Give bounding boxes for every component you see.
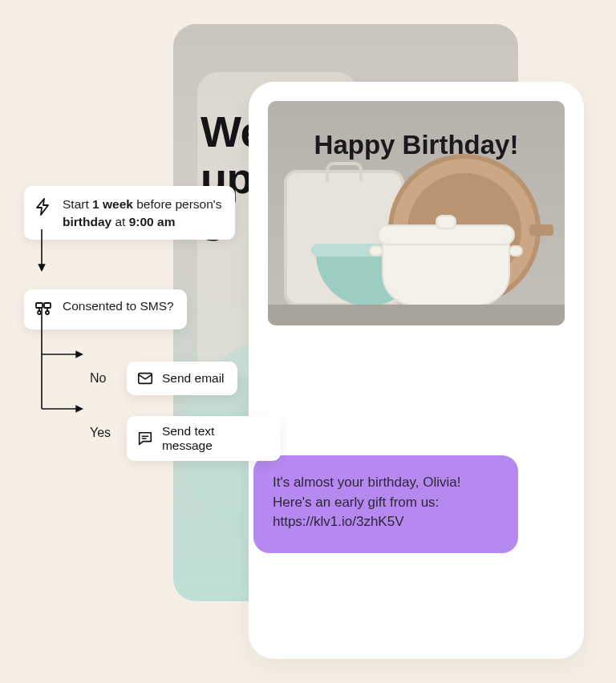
chat-icon — [136, 430, 154, 447]
svg-point-2 — [38, 311, 41, 314]
phone-preview-card: Happy Birthday! It's almost your birthda… — [249, 82, 584, 659]
flow-trigger-node[interactable]: Start 1 week before person's birthday at… — [24, 186, 235, 240]
mail-icon — [136, 370, 154, 387]
flow-action-sms[interactable]: Send text message — [127, 416, 281, 461]
lightning-icon — [34, 197, 53, 216]
svg-point-3 — [46, 311, 49, 314]
flow-action-email[interactable]: Send email — [127, 362, 237, 395]
email-hero-title: Happy Birthday! — [268, 130, 565, 160]
flow-action-label: Send email — [162, 371, 225, 386]
t: 1 week — [92, 197, 133, 211]
automation-flow: Start 1 week before person's birthday at… — [24, 186, 281, 450]
flow-condition-label: Consented to SMS? — [63, 299, 174, 313]
email-hero: Happy Birthday! — [268, 101, 565, 325]
flow-condition-node[interactable]: Consented to SMS? — [24, 289, 187, 329]
t: birthday — [63, 215, 111, 228]
branch-label-yes: Yes — [90, 426, 111, 440]
t: Start — [63, 197, 92, 211]
flow-branches: No Yes Send email Send text message — [24, 329, 281, 450]
t: 9:00 am — [129, 215, 176, 228]
split-icon — [34, 301, 53, 320]
flow-action-label: Send text message — [162, 424, 268, 453]
sms-line: It's almost your birthday, Olivia! — [273, 475, 460, 490]
t: before person's — [133, 197, 222, 211]
sms-bubble: It's almost your birthday, Olivia! Here'… — [253, 455, 518, 553]
sms-line: Here's an early gift from us: — [273, 495, 439, 510]
sms-link: https://klv1.io/3zhK5V — [273, 514, 403, 529]
flow-trigger-text: Start 1 week before person's birthday at… — [63, 196, 222, 230]
branch-label-no: No — [90, 371, 106, 386]
t: at — [111, 215, 129, 228]
